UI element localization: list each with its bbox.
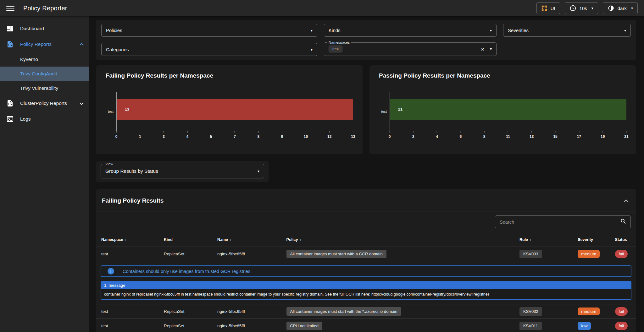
sidebar-item-dashboard[interactable]: Dashboard	[0, 21, 89, 36]
sidebar-item-kyverno[interactable]: Kyverno	[0, 52, 89, 67]
column-header-namespace[interactable]: Namespace↑	[96, 232, 159, 247]
chart-title: Passing Policy Results per Namespace	[379, 72, 626, 79]
rule-chip: KSV033	[519, 250, 542, 258]
column-header-rule[interactable]: Rule↑	[514, 232, 573, 247]
x-axis: 01345789101213	[116, 131, 353, 142]
column-header-status[interactable]: Status	[610, 232, 636, 247]
categories-select-label: Categories	[106, 47, 129, 52]
close-icon[interactable]: ×	[481, 46, 484, 52]
bar-value-label: 13	[125, 107, 129, 112]
severity-badge: medium	[578, 250, 600, 258]
chevron-down-icon	[80, 101, 84, 105]
refresh-interval-button[interactable]: 10s ▾	[565, 2, 598, 14]
severity-badge: medium	[578, 308, 600, 315]
policy-description-alert: i Containers should only use images from…	[101, 265, 631, 277]
failing-bar: 13	[117, 99, 353, 120]
sidebar-item-trivy-vulnerability[interactable]: Trivy Vulnerability	[0, 81, 89, 95]
topbar-actions: UI 10s ▾ dark ▾	[536, 2, 638, 14]
view-select-label: View	[104, 162, 114, 166]
axis-tick: 0	[115, 131, 118, 139]
chevron-down-icon: ▾	[311, 47, 313, 52]
column-header-name[interactable]: Name↑	[212, 232, 281, 247]
axis-tick: 7	[234, 131, 236, 139]
chevron-down-icon: ▾	[311, 28, 313, 33]
cell-namespace: test	[96, 304, 159, 319]
axis-tick: 5	[210, 131, 212, 139]
column-header-severity[interactable]: Severity	[573, 232, 610, 247]
refresh-interval-value: 10s	[580, 6, 587, 11]
info-icon: i	[108, 268, 114, 275]
axis-tick: 8	[257, 131, 259, 139]
axis-tick: 12	[327, 131, 331, 139]
sidebar-item-policy-reports[interactable]: Policy Reports	[0, 36, 89, 52]
chevron-down-icon: ▾	[631, 6, 633, 10]
result-row[interactable]: test ReplicaSet nginx-5fbc65fff All cont…	[96, 304, 636, 319]
chart-title: Failing Policy Results per Namespace	[106, 72, 353, 79]
alert-text: Containers should only use images from t…	[123, 269, 252, 274]
severities-select[interactable]: Severities ▾	[503, 24, 631, 37]
policies-select[interactable]: Policies ▾	[101, 24, 317, 37]
theme-button[interactable]: dark ▾	[603, 2, 638, 14]
sidebar-item-label: Logs	[20, 116, 83, 122]
sidebar-item-label: Policy Reports	[20, 41, 80, 47]
results-table: Namespace↑ Kind Name↑ Policy↑ Rule↑ Seve…	[96, 232, 636, 332]
result-row-expansion: i Containers should only use images from…	[96, 261, 636, 304]
axis-tick: 21	[624, 131, 628, 139]
status-badge: fail	[615, 250, 628, 258]
hamburger-menu-icon[interactable]	[6, 5, 14, 11]
sidebar-item-trivy-configaudit[interactable]: Trivy ConfigAudit	[0, 67, 89, 81]
namespaces-select[interactable]: Namespaces test × ▾	[324, 41, 497, 56]
collapse-chevron-up-icon[interactable]	[624, 199, 628, 204]
y-axis-category-label: test	[106, 92, 116, 131]
axis-tick: 6	[460, 131, 462, 139]
axis-tick: 13	[530, 131, 534, 139]
chevron-down-icon: ▾	[490, 47, 492, 51]
passing-bar-chart: test 21 02468111315171921	[379, 92, 626, 142]
sidebar-item-clusterpolicy-reports[interactable]: ClusterPolicy Reports	[0, 95, 89, 111]
view-select[interactable]: View Group Results by Status ▾	[101, 162, 264, 178]
failing-bar-chart: test 13 01345789101213	[106, 92, 353, 142]
console-icon	[6, 115, 14, 123]
column-header-policy[interactable]: Policy↑	[281, 232, 514, 247]
result-row[interactable]: test ReplicaSet nginx-5fbc65fff CPU not …	[96, 319, 636, 332]
view-select-value: Group Results by Status	[105, 168, 158, 174]
namespace-chip[interactable]: test	[329, 46, 342, 52]
cell-namespace: test	[96, 247, 159, 261]
policy-reporter-app: Policy Reporter UI	[0, 0, 644, 332]
charts-row: Failing Policy Results per Namespace tes…	[96, 65, 636, 154]
sort-arrow-icon: ↑	[530, 237, 532, 242]
frame-select-icon	[541, 5, 547, 11]
axis-tick: 9	[281, 131, 283, 139]
axis-tick: 4	[186, 131, 189, 139]
categories-select[interactable]: Categories ▾	[101, 43, 317, 56]
policies-select-label: Policies	[106, 28, 122, 33]
axis-tick: 15	[553, 131, 557, 139]
cell-kind: ReplicaSet	[159, 247, 212, 261]
axis-tick: 4	[436, 131, 438, 139]
sidebar-item-label: Trivy ConfigAudit	[20, 71, 57, 77]
axis-tick: 0	[389, 131, 391, 139]
sidebar-item-logs[interactable]: Logs	[0, 111, 89, 127]
cell-kind: ReplicaSet	[159, 319, 212, 332]
axis-tick: 8	[483, 131, 486, 139]
rule-chip: KSV011	[519, 322, 542, 330]
kinds-select[interactable]: Kinds ▾	[324, 24, 497, 37]
cell-kind: ReplicaSet	[159, 304, 212, 319]
app-title: Policy Reporter	[23, 5, 67, 12]
policy-chip: All container images must start with a G…	[286, 250, 386, 258]
sidebar: Dashboard Policy Reports Kyverno Trivy C…	[0, 16, 89, 332]
y-axis-category-label: test	[379, 92, 390, 131]
result-row[interactable]: test ReplicaSet nginx-5fbc65fff All cont…	[96, 247, 636, 261]
search-icon[interactable]	[620, 218, 627, 226]
column-header-kind[interactable]: Kind	[159, 232, 212, 247]
axis-tick: 13	[351, 131, 355, 139]
cell-name: nginx-5fbc65fff	[212, 319, 281, 332]
ui-version-button[interactable]: UI	[536, 2, 560, 14]
message-label: 1. message	[101, 281, 631, 289]
bar-value-label: 21	[398, 107, 402, 112]
cell-name: nginx-5fbc65fff	[212, 304, 281, 319]
search-input[interactable]	[499, 219, 620, 225]
theme-value: dark	[618, 6, 627, 11]
passing-chart-card: Passing Policy Results per Namespace tes…	[369, 65, 636, 154]
chevron-down-icon: ▾	[591, 6, 593, 10]
